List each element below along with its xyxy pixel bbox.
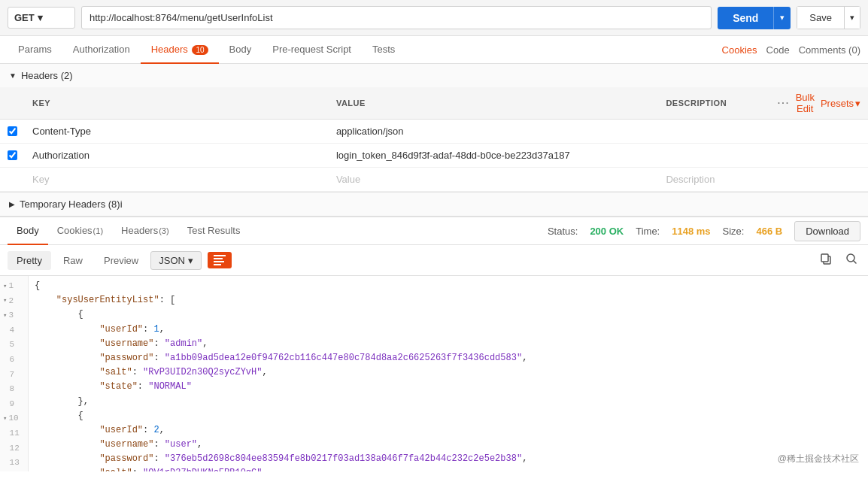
search-button[interactable] xyxy=(842,250,860,271)
line-num-11: 11 xyxy=(0,426,28,441)
temp-headers-info-icon[interactable]: i xyxy=(120,199,123,210)
tab-pre-request-script[interactable]: Pre-request Script xyxy=(262,36,362,64)
header-row-2-key[interactable]: Authorization xyxy=(25,144,329,168)
method-chevron: ▾ xyxy=(38,12,43,23)
line-num-8: 8 xyxy=(0,382,28,397)
code-content[interactable]: { "sysUserEntityList": [ { "userId": 1, … xyxy=(29,276,868,471)
tab-headers[interactable]: Headers 10 xyxy=(141,36,219,64)
header-row-empty: Key Value Description xyxy=(0,168,868,192)
tab-params[interactable]: Params xyxy=(8,36,62,64)
header-row-1: Content-Type application/json xyxy=(0,120,868,144)
code-line-8: "state": "NORMAL" xyxy=(35,380,862,394)
headers-table: KEY VALUE DESCRIPTION ··· Bulk Edit Pres… xyxy=(0,87,868,192)
headers-section: ▼ Headers (2) KEY VALUE DESCRIPTION ··· … xyxy=(0,64,868,192)
headers-section-header[interactable]: ▼ Headers (2) xyxy=(0,64,868,87)
col-description: DESCRIPTION xyxy=(658,87,769,120)
svg-line-7 xyxy=(854,261,856,263)
send-group: Send ▾ xyxy=(718,7,791,29)
comments-link[interactable]: Comments (0) xyxy=(799,44,860,56)
line-num-7: 7 xyxy=(0,368,28,383)
size-label: Size: xyxy=(723,226,745,237)
line-num-1: ▾1 xyxy=(0,279,28,294)
time-label: Time: xyxy=(636,226,660,237)
headers-title: Headers (2) xyxy=(21,70,73,81)
code-line-13: "password": "376eb5d2698c804ee83594fe8b0… xyxy=(35,452,862,466)
temp-headers-section[interactable]: ▶ Temporary Headers (8) i xyxy=(0,192,868,216)
line-num-2: ▾2 xyxy=(0,294,28,309)
header-row-2-desc[interactable] xyxy=(658,144,769,168)
request-tabs: Params Authorization Headers 10 Body Pre… xyxy=(0,36,868,64)
more-actions-button[interactable]: ··· xyxy=(777,96,789,110)
code-line-9: }, xyxy=(35,395,862,409)
line-num-10: ▾10 xyxy=(0,411,28,426)
header-row-1-key[interactable]: Content-Type xyxy=(25,120,329,144)
code-line-2: "sysUserEntityList": [ xyxy=(35,293,862,308)
url-input[interactable] xyxy=(81,6,712,29)
key-placeholder[interactable]: Key xyxy=(32,174,49,185)
download-button[interactable]: Download xyxy=(794,221,860,241)
format-bar: Pretty Raw Preview JSON ▾ xyxy=(0,245,868,276)
code-line-10: { xyxy=(35,409,862,423)
format-right-icons xyxy=(817,250,860,271)
save-button[interactable]: Save xyxy=(797,6,845,29)
line-num-14: 14 xyxy=(0,471,28,471)
fmt-json-select[interactable]: JSON ▾ xyxy=(150,251,202,270)
response-status: Status: 200 OK Time: 1148 ms Size: 466 B… xyxy=(548,221,860,241)
tab-authorization[interactable]: Authorization xyxy=(62,36,141,64)
save-group: Save ▾ xyxy=(797,6,860,29)
svg-rect-3 xyxy=(214,264,221,265)
line-num-3: ▾3 xyxy=(0,308,28,323)
watermark: @稀土掘金技术社区 xyxy=(778,453,859,465)
code-line-14: "salt": "OV1rD37bDUKNcFRB10qG", xyxy=(35,466,862,471)
time-value: 1148 ms xyxy=(672,226,710,237)
col-actions: ··· Bulk Edit Presets ▾ xyxy=(769,87,868,120)
code-area-wrapper: ▾1 ▾2 ▾3 4 5 6 7 8 9 ▾10 11 12 13 14 15 … xyxy=(0,276,868,471)
save-dropdown-button[interactable]: ▾ xyxy=(845,6,860,29)
top-bar: GET ▾ Send ▾ Save ▾ xyxy=(0,0,868,36)
col-check xyxy=(0,87,25,120)
code-line-4: "userId": 1, xyxy=(35,323,862,337)
resp-tab-cookies[interactable]: Cookies(1) xyxy=(48,217,112,245)
value-placeholder[interactable]: Value xyxy=(336,174,360,185)
status-label: Status: xyxy=(548,226,578,237)
tab-body[interactable]: Body xyxy=(219,36,263,64)
code-line-12: "username": "user", xyxy=(35,438,862,452)
fmt-pretty[interactable]: Pretty xyxy=(8,251,51,270)
tab-tests[interactable]: Tests xyxy=(362,36,405,64)
svg-rect-1 xyxy=(214,258,223,259)
line-num-4: 4 xyxy=(0,323,28,338)
response-bar: Body Cookies(1) Headers(3) Test Results … xyxy=(0,216,868,245)
header-row-2-checkbox[interactable] xyxy=(8,150,17,160)
header-row-1-desc[interactable] xyxy=(658,120,769,144)
header-row-2: Authorization login_token_846d9f3f-adaf-… xyxy=(0,144,868,168)
send-button[interactable]: Send xyxy=(718,7,773,29)
code-link[interactable]: Code xyxy=(766,44,790,56)
method-select[interactable]: GET ▾ xyxy=(8,7,75,29)
code-line-6: "password": "a1bb09ad5dea12e0f94762cb116… xyxy=(35,351,862,365)
code-line-3: { xyxy=(35,308,862,322)
line-num-12: 12 xyxy=(0,441,28,456)
wrap-button[interactable] xyxy=(208,252,232,268)
copy-button[interactable] xyxy=(817,250,835,271)
header-row-1-checkbox[interactable] xyxy=(8,126,17,136)
send-dropdown-button[interactable]: ▾ xyxy=(773,7,791,29)
resp-tab-body[interactable]: Body xyxy=(8,217,48,245)
resp-tab-headers[interactable]: Headers(3) xyxy=(112,217,178,245)
headers-arrow: ▼ xyxy=(9,71,17,80)
svg-rect-5 xyxy=(821,254,828,262)
cookies-link[interactable]: Cookies xyxy=(722,44,757,56)
code-area[interactable]: ▾1 ▾2 ▾3 4 5 6 7 8 9 ▾10 11 12 13 14 15 … xyxy=(0,276,868,471)
code-line-1: { xyxy=(35,279,862,293)
header-row-1-value[interactable]: application/json xyxy=(329,120,659,144)
desc-placeholder[interactable]: Description xyxy=(666,174,715,185)
resp-tab-test-results[interactable]: Test Results xyxy=(178,217,250,245)
fmt-preview[interactable]: Preview xyxy=(95,251,147,270)
presets-button[interactable]: Presets ▾ xyxy=(821,98,860,109)
code-line-11: "userId": 2, xyxy=(35,423,862,438)
code-line-5: "username": "admin", xyxy=(35,337,862,351)
line-numbers: ▾1 ▾2 ▾3 4 5 6 7 8 9 ▾10 11 12 13 14 15 … xyxy=(0,276,29,471)
col-value: VALUE xyxy=(329,87,659,120)
bulk-edit-button[interactable]: Bulk Edit xyxy=(796,92,815,114)
header-row-2-value[interactable]: login_token_846d9f3f-adaf-48dd-b0ce-be22… xyxy=(329,144,659,168)
fmt-raw[interactable]: Raw xyxy=(54,251,92,270)
